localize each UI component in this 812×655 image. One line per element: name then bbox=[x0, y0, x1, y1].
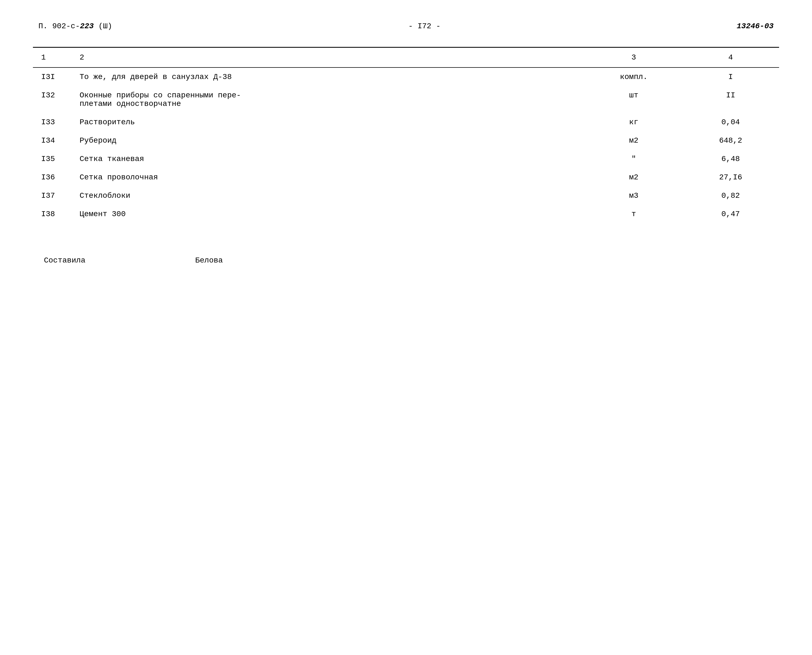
row-desc: Цемент 300 bbox=[69, 205, 586, 223]
footer-value: Белова bbox=[195, 256, 223, 265]
col-header-1: 1 bbox=[33, 48, 69, 68]
row-unit: шт bbox=[586, 86, 682, 113]
row-num: I38 bbox=[33, 205, 69, 223]
header-left: П. 902-с-223 (Ш) bbox=[39, 22, 112, 31]
table-row: I37 Стеклоблоки м3 0,82 bbox=[33, 186, 779, 205]
row-value: 648,2 bbox=[682, 131, 779, 150]
row-num: I37 bbox=[33, 186, 69, 205]
row-unit: кг bbox=[586, 113, 682, 131]
row-num: I35 bbox=[33, 150, 69, 168]
footer-label: Составила bbox=[44, 256, 85, 265]
row-desc: Сетка проволочная bbox=[69, 168, 586, 186]
row-num: I32 bbox=[33, 86, 69, 113]
row-unit: м3 bbox=[586, 186, 682, 205]
footer-section: Составила Белова bbox=[33, 256, 779, 265]
row-num: I33 bbox=[33, 113, 69, 131]
col-header-2: 2 bbox=[69, 48, 586, 68]
row-value: II bbox=[682, 86, 779, 113]
row-desc: Оконные приборы со спаренными пере-плета… bbox=[69, 86, 586, 113]
row-unit: " bbox=[586, 150, 682, 168]
row-num: I36 bbox=[33, 168, 69, 186]
header-prefix: П. 902-с- bbox=[39, 22, 80, 31]
row-unit: т bbox=[586, 205, 682, 223]
row-value: 0,47 bbox=[682, 205, 779, 223]
col-header-3: 3 bbox=[586, 48, 682, 68]
header-center: - I72 - bbox=[408, 22, 441, 31]
table-row: I38 Цемент 300 т 0,47 bbox=[33, 205, 779, 223]
col-header-4: 4 bbox=[682, 48, 779, 68]
row-value: 0,04 bbox=[682, 113, 779, 131]
header-suffix: (Ш) bbox=[94, 22, 112, 31]
row-value: 27,I6 bbox=[682, 168, 779, 186]
page-header: П. 902-с-223 (Ш) - I72 - 13246-03 bbox=[33, 22, 779, 31]
table-row: I34 Рубероид м2 648,2 bbox=[33, 131, 779, 150]
row-num: I34 bbox=[33, 131, 69, 150]
table-container: 1 2 3 4 I3I То же, для дверей в санузлах… bbox=[33, 47, 779, 223]
row-desc: Рубероид bbox=[69, 131, 586, 150]
row-desc: Растворитель bbox=[69, 113, 586, 131]
row-desc: Сетка тканевая bbox=[69, 150, 586, 168]
table-row: I32 Оконные приборы со спаренными пере-п… bbox=[33, 86, 779, 113]
row-unit: компл. bbox=[586, 68, 682, 86]
row-value: 6,48 bbox=[682, 150, 779, 168]
table-row: I33 Растворитель кг 0,04 bbox=[33, 113, 779, 131]
row-desc: То же, для дверей в санузлах Д-38 bbox=[69, 68, 586, 86]
row-unit: м2 bbox=[586, 168, 682, 186]
main-table: 1 2 3 4 I3I То же, для дверей в санузлах… bbox=[33, 47, 779, 223]
table-row: I35 Сетка тканевая " 6,48 bbox=[33, 150, 779, 168]
row-value: I bbox=[682, 68, 779, 86]
row-desc: Стеклоблоки bbox=[69, 186, 586, 205]
table-row: I36 Сетка проволочная м2 27,I6 bbox=[33, 168, 779, 186]
row-unit: м2 bbox=[586, 131, 682, 150]
table-header-row: 1 2 3 4 bbox=[33, 48, 779, 68]
row-num: I3I bbox=[33, 68, 69, 86]
row-value: 0,82 bbox=[682, 186, 779, 205]
header-right: 13246-03 bbox=[737, 22, 773, 31]
header-bold-num: 223 bbox=[80, 22, 94, 31]
table-row: I3I То же, для дверей в санузлах Д-38 ко… bbox=[33, 68, 779, 86]
